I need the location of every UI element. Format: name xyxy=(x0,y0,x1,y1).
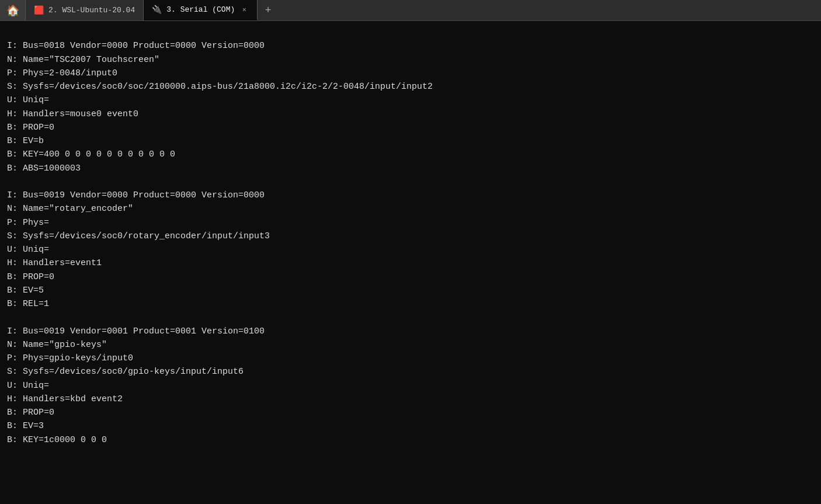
terminal-line: U: Uniq= xyxy=(7,243,814,256)
tab2-label: 3. Serial (COM) xyxy=(166,5,235,14)
tab1-label: 2. WSL-Ubuntu-20.04 xyxy=(48,6,135,15)
terminal-line: P: Phys= xyxy=(7,216,814,230)
terminal-line: S: Sysfs=/devices/soc0/soc/2100000.aips-… xyxy=(7,80,814,93)
terminal-line: B: PROP=0 xyxy=(7,121,814,134)
terminal-line: B: EV=b xyxy=(7,134,814,148)
terminal-line: H: Handlers=mouse0 event0 xyxy=(7,107,814,121)
terminal-line: B: KEY=1c0000 0 0 0 xyxy=(7,433,814,447)
terminal-line: H: Handlers=kbd event2 xyxy=(7,392,814,406)
terminal-line xyxy=(7,175,814,189)
terminal-line: P: Phys=gpio-keys/input0 xyxy=(7,352,814,365)
terminal-line: B: KEY=400 0 0 0 0 0 0 0 0 0 0 0 xyxy=(7,148,814,161)
terminal-line: B: EV=3 xyxy=(7,419,814,433)
terminal-line xyxy=(7,311,814,324)
home-button[interactable]: 🏠 xyxy=(0,0,26,20)
new-tab-button[interactable]: + xyxy=(258,0,279,20)
terminal-line: I: Bus=0019 Vendor=0001 Product=0001 Ver… xyxy=(7,325,814,338)
terminal-line: U: Uniq= xyxy=(7,379,814,392)
tab-serial[interactable]: 🔌 3. Serial (COM) ✕ xyxy=(144,0,258,20)
terminal-line: I: Bus=0019 Vendor=0000 Product=0000 Ver… xyxy=(7,189,814,202)
terminal-line: H: Handlers=event1 xyxy=(7,256,814,270)
home-icon: 🏠 xyxy=(6,4,19,17)
tab2-close-button[interactable]: ✕ xyxy=(239,5,249,15)
terminal-line: S: Sysfs=/devices/soc0/rotary_encoder/in… xyxy=(7,230,814,243)
terminal-output[interactable]: I: Bus=0018 Vendor=0000 Product=0000 Ver… xyxy=(0,21,821,504)
terminal-line: S: Sysfs=/devices/soc0/gpio-keys/input/i… xyxy=(7,365,814,378)
tab2-icon: 🔌 xyxy=(152,5,162,15)
terminal-line: B: EV=5 xyxy=(7,284,814,297)
new-tab-icon: + xyxy=(265,5,272,16)
terminal-line: B: PROP=0 xyxy=(7,406,814,419)
terminal-line: N: Name="gpio-keys" xyxy=(7,338,814,352)
terminal-line: N: Name="rotary_encoder" xyxy=(7,202,814,215)
tab1-icon: 🟥 xyxy=(34,5,44,15)
terminal-line: P: Phys=2-0048/input0 xyxy=(7,67,814,80)
terminal-line: U: Uniq= xyxy=(7,93,814,107)
tab-wsl[interactable]: 🟥 2. WSL-Ubuntu-20.04 xyxy=(26,0,144,20)
terminal-line: N: Name="TSC2007 Touchscreen" xyxy=(7,53,814,67)
terminal-line: I: Bus=0018 Vendor=0000 Product=0000 Ver… xyxy=(7,39,814,53)
terminal-line: B: ABS=1000003 xyxy=(7,162,814,175)
tab-bar: 🏠 🟥 2. WSL-Ubuntu-20.04 🔌 3. Serial (COM… xyxy=(0,0,821,21)
terminal-line: B: REL=1 xyxy=(7,297,814,311)
terminal-line: B: PROP=0 xyxy=(7,270,814,284)
